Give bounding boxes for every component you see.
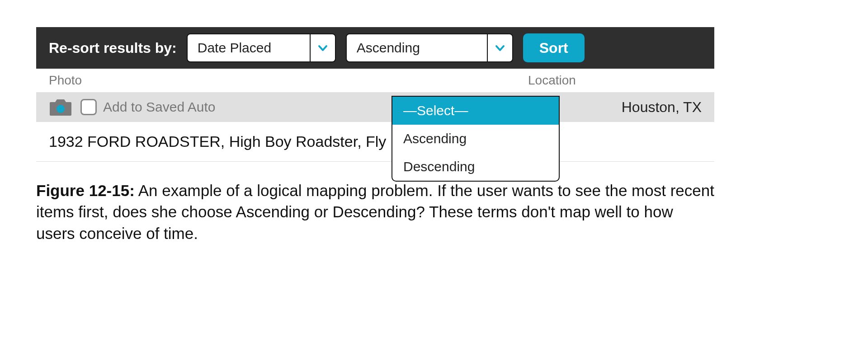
sort-label: Re-sort results by: — [49, 40, 177, 56]
sort-order-dropdown: —Select— Ascending Descending — [392, 96, 560, 182]
sort-bar: Re-sort results by: Date Placed Ascendin… — [36, 27, 714, 69]
column-headers: Photo Location — [36, 69, 714, 92]
chevron-down-icon — [487, 34, 512, 61]
figure-label: Figure 12-15: — [36, 182, 135, 199]
camera-icon — [49, 98, 72, 117]
chevron-down-icon — [310, 34, 335, 61]
sort-button[interactable]: Sort — [523, 33, 585, 62]
sort-field-value: Date Placed — [188, 40, 310, 56]
dropdown-option-descending[interactable]: Descending — [392, 153, 559, 181]
screenshot-panel: Re-sort results by: Date Placed Ascendin… — [36, 27, 714, 162]
listing-location: Houston, TX — [622, 99, 702, 116]
dropdown-option-select[interactable]: —Select— — [392, 97, 559, 125]
dropdown-option-ascending[interactable]: Ascending — [392, 125, 559, 153]
save-checkbox[interactable] — [80, 99, 97, 115]
listing-row: Add to Saved Auto Houston, TX — [36, 92, 714, 122]
sort-order-select[interactable]: Ascending — [346, 33, 513, 62]
sort-order-value: Ascending — [347, 40, 487, 56]
sort-field-select[interactable]: Date Placed — [187, 33, 336, 62]
listing-description: 1932 FORD ROADSTER, High Boy Roadster, F… — [36, 122, 714, 154]
svg-point-0 — [57, 105, 65, 113]
column-header-photo: Photo — [49, 73, 528, 88]
column-header-location: Location — [528, 73, 702, 88]
figure-caption: Figure 12-15: An example of a logical ma… — [36, 162, 714, 244]
figure-text: An example of a logical mapping problem.… — [36, 182, 714, 242]
